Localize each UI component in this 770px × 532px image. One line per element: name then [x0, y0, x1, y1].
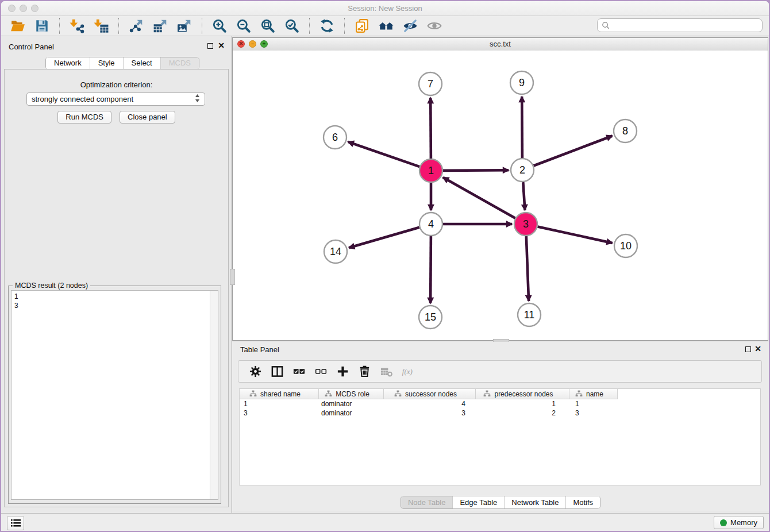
- graph-node-10[interactable]: 10: [614, 234, 637, 257]
- save-session-icon[interactable]: [34, 18, 50, 34]
- table-row[interactable]: 3dominator323: [240, 408, 760, 418]
- edge-2-9[interactable]: [522, 97, 522, 158]
- edge-2-3[interactable]: [523, 182, 525, 210]
- delete-column-icon[interactable]: [357, 364, 372, 379]
- run-mcds-button[interactable]: Run MCDS: [57, 111, 111, 124]
- main-toolbar: [1, 16, 769, 36]
- table-cell: 3: [240, 409, 319, 417]
- graph-node-7[interactable]: 7: [419, 72, 442, 95]
- node-table: shared nameMCDS rolesuccessor nodesprede…: [239, 388, 761, 485]
- delete-table-icon: [379, 364, 394, 379]
- memory-button-label: Memory: [730, 518, 757, 527]
- graph-node-2[interactable]: 2: [511, 159, 534, 182]
- graph-node-11[interactable]: 11: [518, 303, 541, 326]
- svg-text:1: 1: [428, 165, 434, 176]
- result-scrollbar[interactable]: [210, 291, 218, 499]
- graph-node-14[interactable]: 14: [324, 240, 347, 263]
- select-chevrons-icon: [195, 94, 200, 105]
- column-header-MCDS-role[interactable]: MCDS role: [319, 389, 384, 399]
- network-minimize-button[interactable]: –: [249, 40, 256, 48]
- criterion-select[interactable]: strongly connected component: [26, 92, 205, 106]
- tab-mcds[interactable]: MCDS: [160, 57, 199, 69]
- column-header-successor-nodes[interactable]: successor nodes: [384, 389, 476, 399]
- table-row[interactable]: 1dominator411: [240, 399, 760, 408]
- search-box[interactable]: [597, 18, 763, 32]
- edge-3-10[interactable]: [538, 227, 613, 243]
- toolbar-separator: [202, 18, 202, 34]
- graph-node-6[interactable]: 6: [324, 126, 346, 149]
- graph-node-8[interactable]: 8: [614, 119, 637, 142]
- table-header-row: shared nameMCDS rolesuccessor nodesprede…: [240, 389, 760, 399]
- table-close-panel-icon[interactable]: ✕: [754, 344, 761, 353]
- select-all-icon[interactable]: [291, 364, 306, 379]
- deselect-all-icon[interactable]: [313, 364, 328, 379]
- table-toolbar: f(x): [238, 360, 762, 383]
- network-maximize-button[interactable]: +: [260, 40, 268, 48]
- column-header-predecessor-nodes[interactable]: predecessor nodes: [476, 389, 569, 399]
- open-file-icon[interactable]: [10, 18, 26, 34]
- edge-3-1[interactable]: [443, 178, 515, 218]
- svg-text:10: 10: [620, 240, 632, 252]
- graphics-details-icon[interactable]: [402, 18, 418, 34]
- export-image-icon[interactable]: [176, 18, 192, 34]
- tab-network[interactable]: Network: [46, 57, 90, 69]
- table-float-panel-icon[interactable]: [745, 346, 751, 352]
- toolbar-separator: [59, 18, 60, 34]
- svg-text:3: 3: [523, 218, 529, 230]
- mcds-buttons-row: Run MCDS Close panel: [5, 111, 228, 124]
- zoom-out-icon[interactable]: [236, 18, 252, 34]
- column-header-name[interactable]: name: [569, 389, 618, 399]
- table-cell: 1: [240, 400, 319, 408]
- add-column-icon[interactable]: [335, 364, 350, 379]
- zoom-selected-icon[interactable]: [284, 18, 300, 34]
- graph-node-9[interactable]: 9: [510, 71, 533, 94]
- import-network-icon[interactable]: [69, 18, 85, 34]
- edge-2-8[interactable]: [534, 136, 613, 166]
- column-header-shared-name[interactable]: shared name: [240, 389, 319, 399]
- edge-1-2[interactable]: [443, 170, 509, 171]
- edge-3-11[interactable]: [526, 236, 529, 301]
- edge-1-6[interactable]: [348, 142, 420, 167]
- zoom-in-icon[interactable]: [211, 18, 228, 34]
- first-neighbors-icon[interactable]: [378, 18, 394, 34]
- vertical-splitter-grip[interactable]: [230, 269, 235, 285]
- export-network-icon[interactable]: [128, 18, 144, 34]
- graph-node-3[interactable]: 3: [514, 213, 537, 236]
- minimize-window-button[interactable]: [20, 5, 27, 12]
- graph-node-15[interactable]: 15: [419, 306, 442, 329]
- table-cell: 4: [384, 400, 476, 408]
- export-table-icon[interactable]: [152, 18, 168, 34]
- refresh-icon[interactable]: [319, 18, 335, 34]
- edge-4-14[interactable]: [349, 228, 419, 248]
- edge-4-15[interactable]: [430, 236, 431, 303]
- edge-1-7[interactable]: [430, 98, 431, 159]
- close-window-button[interactable]: [8, 5, 16, 12]
- tab-style[interactable]: Style: [90, 57, 123, 69]
- table-cell: 3: [384, 409, 476, 417]
- task-history-button[interactable]: [7, 516, 24, 530]
- zoom-fit-icon[interactable]: [260, 18, 276, 34]
- tab-network-table[interactable]: Network Table: [504, 496, 565, 508]
- search-input[interactable]: [611, 20, 762, 31]
- split-panel-icon[interactable]: [270, 364, 284, 379]
- tab-select[interactable]: Select: [123, 57, 160, 69]
- maximize-window-button[interactable]: [31, 5, 38, 12]
- close-panel-button[interactable]: Close panel: [120, 111, 175, 124]
- graph-node-4[interactable]: 4: [419, 213, 442, 236]
- network-close-button[interactable]: ✕: [237, 40, 245, 48]
- clone-network-icon[interactable]: [354, 18, 370, 34]
- graph-node-1[interactable]: 1: [419, 159, 442, 182]
- memory-button[interactable]: Memory: [714, 516, 764, 529]
- float-panel-icon[interactable]: [207, 43, 213, 49]
- mcds-result-textarea[interactable]: 1 3: [11, 290, 218, 500]
- tab-node-table[interactable]: Node Table: [401, 496, 453, 508]
- close-panel-icon[interactable]: ✕: [218, 41, 225, 50]
- tab-edge-table[interactable]: Edge Table: [452, 496, 504, 508]
- tab-motifs[interactable]: Motifs: [565, 496, 600, 508]
- network-canvas-svg[interactable]: 7968124314101511: [233, 51, 768, 340]
- settings-gear-icon[interactable]: [248, 364, 263, 379]
- import-table-icon[interactable]: [93, 18, 109, 34]
- network-window-titlebar[interactable]: ✕ – + scc.txt: [233, 38, 768, 51]
- criterion-select-value: strongly connected component: [32, 95, 133, 103]
- network-canvas[interactable]: 7968124314101511: [233, 51, 768, 340]
